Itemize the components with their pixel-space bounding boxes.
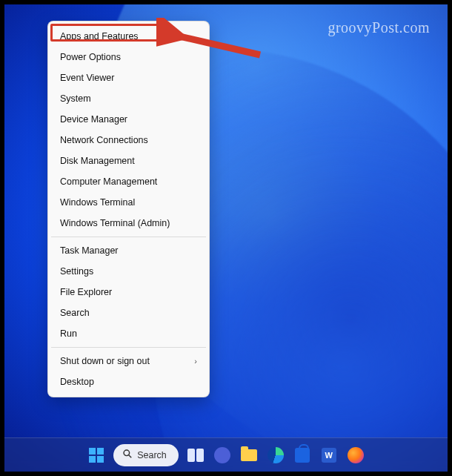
firefox-button[interactable] [346,446,365,465]
svg-point-1 [124,450,130,456]
chat-button[interactable] [213,446,232,465]
menu-item-label: Apps and Features [60,31,139,42]
menu-separator [51,237,206,237]
menu-item-label: Shut down or sign out [60,356,150,366]
menu-item-label: Computer Management [60,176,157,187]
menu-item-desktop[interactable]: Desktop [50,371,207,392]
menu-item-label: Windows Terminal [60,197,135,208]
menu-item-label: Event Viewer [60,73,114,83]
menu-separator [51,347,206,348]
taskbar: Search W [4,437,448,472]
menu-item-windows-terminal[interactable]: Windows Terminal [50,192,207,213]
menu-item-power-options[interactable]: Power Options [50,47,207,67]
menu-item-shut-down-or-sign-out[interactable]: Shut down or sign out› [50,351,207,371]
menu-item-apps-and-features[interactable]: Apps and Features [50,26,207,47]
menu-item-run[interactable]: Run [50,323,207,344]
menu-item-label: Run [60,328,77,339]
menu-item-label: Power Options [60,52,121,62]
search-icon [122,449,133,461]
taskbar-search[interactable]: Search [113,444,179,466]
menu-item-file-explorer[interactable]: File Explorer [50,282,207,303]
menu-item-label: Settings [60,266,93,277]
watermark-text: groovyPost.com [328,19,430,36]
menu-item-label: Windows Terminal (Admin) [60,218,170,228]
menu-item-windows-terminal-admin-[interactable]: Windows Terminal (Admin) [50,213,207,234]
store-button[interactable] [293,446,312,465]
menu-item-search[interactable]: Search [50,303,207,323]
taskbar-search-label: Search [137,450,167,460]
taskview-button[interactable] [186,446,205,465]
menu-item-computer-management[interactable]: Computer Management [50,171,207,192]
file-explorer-button[interactable] [239,446,259,465]
desktop-background: groovyPost.com Apps and FeaturesPower Op… [4,4,448,472]
menu-item-network-connections[interactable]: Network Connections [50,130,207,151]
winx-context-menu: Apps and FeaturesPower OptionsEvent View… [47,21,210,397]
edge-button[interactable] [266,446,285,465]
start-button[interactable] [87,446,106,465]
menu-item-label: Network Connections [60,135,148,145]
menu-item-label: Desktop [60,377,94,387]
menu-item-settings[interactable]: Settings [50,261,207,282]
menu-item-disk-management[interactable]: Disk Management [50,151,207,171]
menu-item-label: File Explorer [60,287,112,297]
menu-item-label: Search [60,308,90,318]
menu-item-label: Disk Management [60,156,135,166]
svg-line-2 [129,455,132,458]
menu-item-task-manager[interactable]: Task Manager [50,240,207,261]
menu-item-label: System [60,93,91,104]
menu-item-system[interactable]: System [50,88,207,109]
menu-item-event-viewer[interactable]: Event Viewer [50,67,207,88]
chevron-right-icon: › [194,357,197,366]
menu-item-label: Device Manager [60,114,127,125]
menu-item-device-manager[interactable]: Device Manager [50,109,207,130]
menu-item-label: Task Manager [60,245,119,256]
word-button[interactable]: W [319,446,339,465]
